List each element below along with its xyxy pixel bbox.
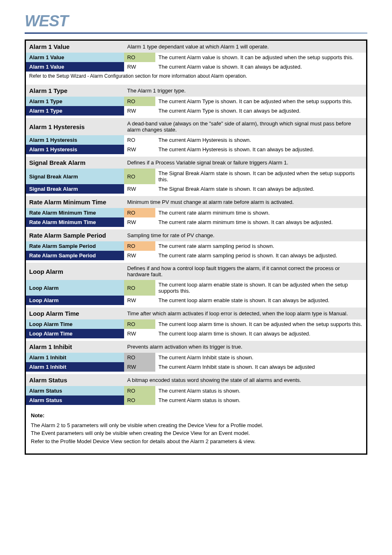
params-table: Alarm 1 ValueAlarm 1 type dependant valu…	[25, 39, 367, 455]
access-chip: RO	[124, 353, 155, 362]
swatch-dark: Alarm 1 Inhibit	[25, 362, 124, 372]
param-variant-row: Loop AlarmROThe current loop alarm enabl…	[25, 280, 367, 296]
param-desc: Defines if and how a control loop fault …	[124, 263, 367, 280]
swatch-dark: Alarm Status	[25, 395, 124, 405]
param-header: Loop Alarm TimeTime after which alarm ac…	[25, 308, 367, 319]
param-name: Rate Alarm Sample Period	[25, 229, 124, 241]
param-variant-row: Alarm 1 TypeROThe current Alarm Type is …	[25, 97, 367, 106]
variant-text: The Signal Break Alarm state is shown. I…	[155, 169, 367, 184]
swatch-light: Alarm 1 Value	[25, 53, 124, 62]
variant-text: The current Alarm Hysteresis is shown.	[155, 135, 367, 145]
access-chip: RO	[124, 97, 155, 106]
access-chip: RO	[124, 169, 155, 184]
param-name: Loop Alarm	[25, 263, 124, 280]
param-name: Alarm 1 Hysteresis	[25, 118, 124, 135]
access-chip: RW	[124, 251, 155, 260]
param-postnote: Refer to the Setup Wizard - Alarm Config…	[25, 72, 367, 82]
param-variant-row: Alarm StatusROThe current Alarm status i…	[25, 386, 367, 395]
variant-text: The current Alarm value is shown. It can…	[155, 53, 367, 62]
variant-text: The current Alarm Inhibit state is shown…	[155, 362, 367, 372]
param-desc: A bitmap encoded status word showing the…	[124, 374, 367, 386]
access-chip: RW	[124, 217, 155, 227]
param-header: Alarm StatusA bitmap encoded status word…	[25, 374, 367, 386]
param-variant-row: Rate Alarm Sample PeriodROThe current ra…	[25, 241, 367, 251]
access-chip: RW	[124, 62, 155, 72]
param-header: Alarm 1 InhibitPrevents alarm activation…	[25, 341, 367, 353]
swatch-light: Signal Break Alarm	[25, 169, 124, 184]
variant-text: The current rate alarm minimum time is s…	[155, 217, 367, 227]
notes-line: The Event parameters will only be visibl…	[31, 429, 361, 437]
access-chip: RO	[124, 135, 155, 145]
param-variant-row: Alarm 1 InhibitROThe current Alarm Inhib…	[25, 353, 367, 362]
param-desc: Defines if a Process Variable signal bre…	[124, 157, 367, 169]
swatch-dark: Alarm 1 Value	[25, 62, 124, 72]
swatch-light: Alarm Status	[25, 386, 124, 395]
param-header: Alarm 1 ValueAlarm 1 type dependant valu…	[25, 40, 367, 53]
param-header: Rate Alarm Sample PeriodSampling time fo…	[25, 229, 367, 241]
swatch-dark: Alarm 1 Type	[25, 106, 124, 116]
swatch-dark: Signal Break Alarm	[25, 184, 124, 194]
param-variant-row: Rate Alarm Sample PeriodRWThe current ra…	[25, 251, 367, 260]
variant-text: The current loop alarm time is shown. It…	[155, 329, 367, 338]
param-desc: Prevents alarm activation when its trigg…	[124, 341, 367, 353]
variant-text: The current rate alarm minimum time is s…	[155, 208, 367, 217]
param-header: Loop AlarmDefines if and how a control l…	[25, 263, 367, 280]
brand-logo: WEST	[25, 12, 367, 30]
variant-text: The current loop alarm enable state is s…	[155, 296, 367, 305]
param-variant-row: Alarm 1 HysteresisRWThe current Alarm Hy…	[25, 145, 367, 154]
param-variant-row: Signal Break AlarmRWThe Signal Break Ala…	[25, 184, 367, 194]
variant-text: The current rate alarm sampling period i…	[155, 251, 367, 260]
param-header: Signal Break AlarmDefines if a Process V…	[25, 157, 367, 169]
param-header: Alarm 1 HysteresisA dead-band value (alw…	[25, 118, 367, 135]
swatch-dark: Rate Alarm Minimum Time	[25, 217, 124, 227]
header-divider	[25, 32, 367, 34]
param-header: Rate Alarm Minimum TimeMinimum time PV m…	[25, 196, 367, 208]
variant-text: The current Alarm Inhibit state is shown…	[155, 353, 367, 362]
access-chip: RW	[124, 145, 155, 154]
param-variant-row: Alarm 1 InhibitRWThe current Alarm Inhib…	[25, 362, 367, 372]
param-name: Alarm 1 Inhibit	[25, 341, 124, 353]
param-variant-row: Signal Break AlarmROThe Signal Break Ala…	[25, 169, 367, 184]
variant-text: The current Alarm value is shown. It can…	[155, 62, 367, 72]
access-chip: RO	[124, 241, 155, 251]
param-name: Rate Alarm Minimum Time	[25, 196, 124, 208]
swatch-light: Loop Alarm Time	[25, 319, 124, 329]
param-name: Alarm Status	[25, 374, 124, 386]
swatch-light: Rate Alarm Sample Period	[25, 241, 124, 251]
access-chip: RW	[124, 329, 155, 338]
param-desc: Time after which alarm activates if loop…	[124, 308, 367, 319]
notes-line: Refer to the Profile Model Device View s…	[31, 437, 361, 446]
swatch-dark: Loop Alarm Time	[25, 329, 124, 338]
variant-text: The current Alarm status is shown.	[155, 395, 367, 405]
variant-text: The current rate alarm sampling period i…	[155, 241, 367, 251]
swatch-dark: Alarm 1 Hysteresis	[25, 145, 124, 154]
access-chip: RO	[124, 386, 155, 395]
access-chip: RO	[124, 280, 155, 296]
param-variant-row: Alarm 1 ValueRWThe current Alarm value i…	[25, 62, 367, 72]
param-variant-row: Loop Alarm TimeRWThe current loop alarm …	[25, 329, 367, 338]
access-chip: RO	[124, 319, 155, 329]
swatch-light: Rate Alarm Minimum Time	[25, 208, 124, 217]
param-name: Alarm 1 Value	[25, 40, 124, 53]
swatch-light: Alarm 1 Type	[25, 97, 124, 106]
param-name: Alarm 1 Type	[25, 85, 124, 97]
param-desc: A dead-band value (always on the "safe" …	[124, 118, 367, 135]
access-chip: RO	[124, 208, 155, 217]
variant-text: The current Alarm status is shown.	[155, 386, 367, 395]
variant-text: The current Alarm Hysteresis is shown. I…	[155, 145, 367, 154]
variant-text: The current Alarm Type is shown. It can …	[155, 106, 367, 116]
swatch-dark: Loop Alarm	[25, 296, 124, 305]
param-desc: Sampling time for rate of PV change.	[124, 229, 367, 241]
param-header: Alarm 1 TypeThe Alarm 1 trigger type.	[25, 85, 367, 97]
param-variant-row: Alarm StatusROThe current Alarm status i…	[25, 395, 367, 405]
param-variant-row: Loop Alarm TimeROThe current loop alarm …	[25, 319, 367, 329]
variant-text: The Signal Break Alarm state is shown. I…	[155, 184, 367, 194]
notes-title: Note:	[31, 412, 361, 420]
variant-text: The current loop alarm time is shown. It…	[155, 319, 367, 329]
variant-text: The current loop alarm enable state is s…	[155, 280, 367, 296]
swatch-light: Loop Alarm	[25, 280, 124, 296]
access-chip: RO	[124, 53, 155, 62]
access-chip: RW	[124, 184, 155, 194]
access-chip: RW	[124, 296, 155, 305]
access-chip: RW	[124, 106, 155, 116]
